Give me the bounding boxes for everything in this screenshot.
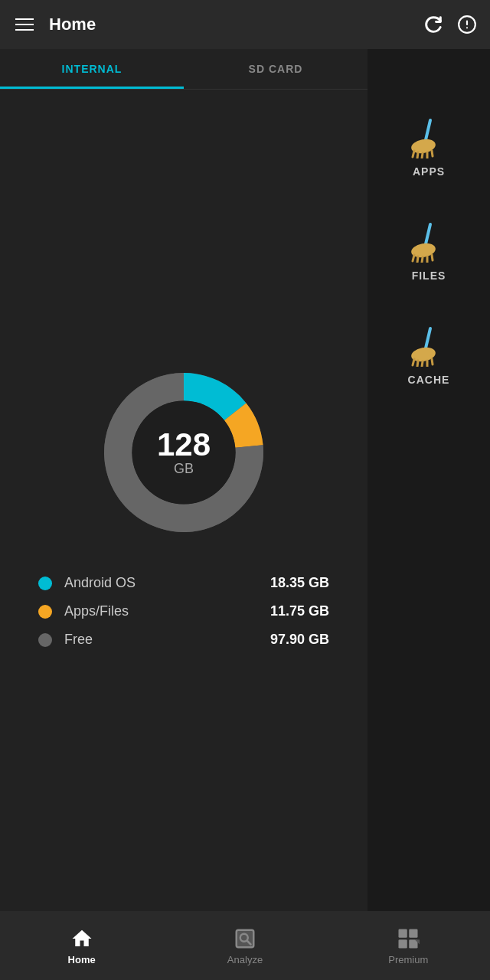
legend-value-free: 97.90 GB xyxy=(270,632,329,648)
legend-value-android: 18.35 GB xyxy=(270,575,329,591)
refresh-button[interactable] xyxy=(423,14,444,35)
cache-label: CACHE xyxy=(408,374,450,386)
tab-sdcard[interactable]: SD CARD xyxy=(184,49,368,89)
nav-analyze-label: Analyze xyxy=(227,954,263,965)
legend-label-android: Android OS xyxy=(64,575,258,591)
storage-tabs: INTERNAL SD CARD xyxy=(0,49,368,90)
premium-icon xyxy=(396,926,420,951)
svg-line-22 xyxy=(413,359,414,365)
legend-item-apps: Apps/Files 11.75 GB xyxy=(38,603,329,619)
svg-rect-32 xyxy=(399,939,407,948)
home-icon xyxy=(70,926,94,951)
svg-line-12 xyxy=(432,151,433,156)
app-header: Home xyxy=(0,0,490,49)
legend-dot-free xyxy=(38,633,52,647)
legend-item-free: Free 97.90 GB xyxy=(38,632,329,648)
chart-area: 128 GB Android OS 18.35 GB Apps/Files 11… xyxy=(0,90,368,911)
storage-legend: Android OS 18.35 GB Apps/Files 11.75 GB … xyxy=(15,575,352,648)
cache-action[interactable]: CACHE xyxy=(368,303,490,407)
nav-home[interactable]: Home xyxy=(0,919,163,973)
total-storage-unit: GB xyxy=(157,461,211,477)
svg-rect-31 xyxy=(410,929,418,937)
legend-dot-android xyxy=(38,577,52,590)
svg-line-10 xyxy=(422,153,423,158)
svg-line-26 xyxy=(432,359,433,364)
svg-line-19 xyxy=(432,255,433,260)
legend-label-apps: Apps/Files xyxy=(64,603,258,619)
main-content: INTERNAL SD CARD 128 GB Android OS 18.35… xyxy=(0,49,490,911)
files-broom-icon xyxy=(407,220,450,263)
nav-home-label: Home xyxy=(68,954,96,965)
legend-value-apps: 11.75 GB xyxy=(270,603,329,619)
svg-rect-30 xyxy=(399,929,407,937)
analyze-icon xyxy=(233,926,257,951)
header-actions xyxy=(423,14,478,35)
tab-internal[interactable]: INTERNAL xyxy=(0,49,184,89)
svg-line-8 xyxy=(413,151,414,157)
total-storage-value: 128 xyxy=(157,429,211,461)
bottom-navigation: Home Analyze Premium xyxy=(0,911,490,980)
chart-center: 128 GB xyxy=(157,429,211,477)
apps-label: APPS xyxy=(413,165,445,178)
left-panel: INTERNAL SD CARD 128 GB Android OS 18.35… xyxy=(0,49,368,911)
legend-label-free: Free xyxy=(64,632,258,648)
svg-line-23 xyxy=(417,361,418,367)
svg-line-9 xyxy=(417,152,418,158)
nav-premium-label: Premium xyxy=(388,954,428,965)
svg-line-16 xyxy=(417,256,418,263)
nav-premium[interactable]: Premium xyxy=(327,919,490,973)
svg-line-17 xyxy=(422,257,423,263)
files-label: FILES xyxy=(412,270,446,282)
files-action[interactable]: FILES xyxy=(368,199,490,303)
page-title: Home xyxy=(49,15,410,34)
apps-broom-icon xyxy=(407,116,450,159)
apps-action[interactable]: APPS xyxy=(368,95,490,199)
legend-dot-apps xyxy=(38,605,52,619)
svg-line-15 xyxy=(413,255,414,261)
menu-button[interactable] xyxy=(12,15,37,34)
svg-line-24 xyxy=(422,361,423,367)
nav-analyze[interactable]: Analyze xyxy=(163,919,326,973)
storage-donut-chart: 128 GB xyxy=(84,353,283,552)
cache-broom-icon xyxy=(407,325,450,368)
right-panel: APPS FILES xyxy=(368,49,490,911)
tip-button[interactable] xyxy=(456,14,478,35)
legend-item-android: Android OS 18.35 GB xyxy=(38,575,329,591)
